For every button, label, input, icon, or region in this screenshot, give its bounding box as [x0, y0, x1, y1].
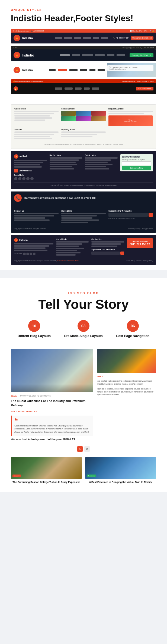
footer-preview-4: 🔥 Indistio Social Info:: [11, 235, 156, 265]
blog-card-1-image: Industry: [11, 457, 82, 479]
blog-card-1-title: The Surprising Reason College Tuition Is…: [11, 480, 82, 484]
unique-styles-label: UNIQUE STYLES: [11, 8, 156, 11]
main-heading: Indistio Header,Footer Styles!: [11, 13, 156, 23]
header-preview-1: ✉ info@example.com 📞 +140 098 7654 🕐 Mon…: [11, 29, 156, 43]
blog-side-image: [97, 349, 156, 373]
blog-card-2-image: Business: [85, 457, 156, 479]
footer-preview-1: Get In Touch Social Network: [11, 104, 156, 149]
footer-section: Get In Touch Social Network: [0, 102, 167, 270]
header-preview-4: ⚡ Lorem ipsum text marquee navigation 📞 …: [11, 79, 156, 94]
blog-side-extra: Nam dolor sit amet, consectetur adipisci…: [97, 388, 156, 396]
feature-label-2: Pre Made Single Layouts: [64, 334, 103, 338]
blog-feature-2: 03 Pre Made Single Layouts: [64, 320, 103, 338]
blog-feature-1: 10 Diffrent Blog Layouts: [18, 320, 51, 338]
blog-section: INDISTO BLOG Tell Your Story 10 Diffrent…: [0, 278, 167, 492]
blog-label: INDISTO BLOG: [11, 291, 156, 295]
footer-preview-2: 🔥 Indistio Get Directions Social Info:: [11, 151, 156, 189]
feature-label-1: Diffrent Blog Layouts: [18, 334, 51, 338]
footer-preview-3: 📞 Do you have any projects questions ? c…: [11, 191, 156, 233]
header-preview-3: 🔥 Indistio 📞 Call us +3 (4) 56 784-2345 …: [11, 63, 156, 77]
quote-mark: ❝: [14, 418, 90, 424]
blog-side-desc: are created varies depending on the spec…: [97, 380, 156, 385]
blog-card-1: Industry The Surprising Reason College T…: [11, 457, 82, 484]
feature-count-1: 10: [28, 320, 40, 332]
blog-post-preview: ADMIN / JANUARY 21, 2020 / 2 COMMENTS Th…: [11, 349, 156, 441]
blog-side-tag: DAILY: [97, 375, 103, 377]
feature-label-3: Post Page Navigation: [116, 334, 149, 338]
pagination: 1 2: [11, 446, 156, 452]
blog-read-more-link[interactable]: READ MORE ARTICLES: [11, 411, 37, 413]
blog-post-title: The 8 Best Guideline For The Industry an…: [11, 399, 93, 407]
page-btn-1[interactable]: 1: [77, 446, 83, 452]
feature-count-3: 06: [127, 320, 139, 332]
blog-card-2-tag: Business: [87, 475, 96, 477]
quote-text: Quis nostrud exercitation ullamco labori…: [14, 424, 90, 433]
blog-features: 10 Diffrent Blog Layouts 03 Pre Made Sin…: [11, 320, 156, 338]
blog-main-image: [11, 349, 93, 392]
blog-card-2: Business 6 Best Practices in Bringing th…: [85, 457, 156, 484]
blog-card-1-tag: Industry: [12, 475, 21, 477]
blog-main-post: ADMIN / JANUARY 21, 2020 / 2 COMMENTS Th…: [11, 349, 93, 441]
header-previews: ✉ info@example.com 📞 +140 098 7654 🕐 Mon…: [11, 29, 156, 94]
top-section: UNIQUE STYLES Indistio Header,Footer Sty…: [0, 0, 167, 102]
feature-count-2: 03: [78, 320, 89, 332]
blog-quote: ❝ Quis nostrud exercitation ullamco labo…: [11, 416, 93, 436]
award-text: We won best industry award of the year 2…: [11, 438, 93, 441]
blog-side-post: DAILY are created varies depending on th…: [97, 349, 156, 441]
blog-card-2-title: 6 Best Practices in Bringing the Virtual…: [85, 480, 156, 484]
page-btn-2[interactable]: 2: [84, 446, 90, 452]
blog-post-admin: ADMIN: [11, 395, 17, 397]
blog-heading: Tell Your Story: [11, 297, 156, 312]
header-preview-2: f t in p ✉ support@gmail.com 📞 +500 768 …: [11, 46, 156, 61]
blog-post-meta: / JANUARY 21, 2020 / 2 COMMENTS: [19, 395, 51, 397]
blog-feature-3: 06 Post Page Navigation: [116, 320, 149, 338]
blog-bottom-cards: Industry The Surprising Reason College T…: [11, 457, 156, 484]
